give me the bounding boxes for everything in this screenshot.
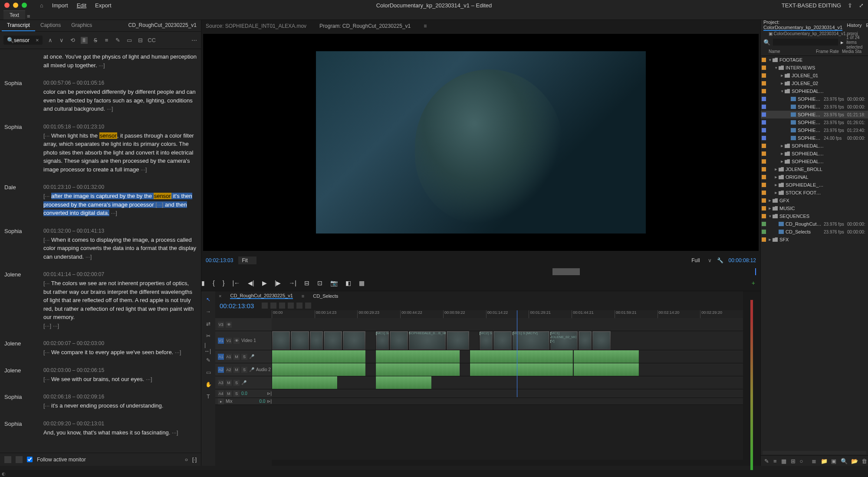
bin-row[interactable]: ▾INTERVIEWS	[761, 64, 868, 72]
go-in-btn[interactable]: |←	[232, 280, 240, 286]
label-color[interactable]	[762, 81, 766, 86]
clear-search-icon[interactable]: ×	[36, 37, 39, 43]
current-timecode[interactable]: 00:02:13:03	[206, 257, 233, 263]
video-clip[interactable]: [MC1] S	[375, 331, 390, 350]
icon-view-icon[interactable]: ▦	[781, 458, 786, 464]
label-color[interactable]	[762, 112, 766, 117]
speaker-label[interactable]: Jolene	[4, 367, 43, 384]
btn-x[interactable]: ▦	[359, 280, 365, 286]
disclosure-triangle[interactable]: ►	[767, 198, 773, 203]
v1-target[interactable]: V1	[226, 338, 232, 344]
segment-text[interactable]: [··· it's a never ending process of unde…	[43, 401, 197, 410]
disclosure-triangle[interactable]: ►	[773, 191, 779, 195]
label-color[interactable]	[762, 58, 766, 62]
step-back-btn[interactable]: ◀|	[248, 280, 254, 286]
video-clip[interactable]: [MC1] S [MC7V]	[512, 331, 550, 350]
video-clip[interactable]	[389, 331, 408, 350]
audio-clip[interactable]	[470, 350, 573, 363]
segment-text[interactable]: And, you know, that's what makes it so f…	[43, 428, 197, 437]
transcript-list[interactable]: at once. You've got the physics of light…	[0, 49, 201, 453]
add-button[interactable]: +	[752, 280, 755, 286]
a1-target[interactable]: A1	[226, 354, 232, 360]
merge-icon[interactable]: ⊟	[137, 37, 144, 44]
clip-row[interactable]: CD_RoughCut_202302223.976 fps00:00:00:	[761, 220, 868, 228]
video-clip[interactable]: SOPHIEDALE_0…B_M	[408, 331, 446, 350]
a1-clips[interactable]	[272, 350, 743, 363]
text-panel-tab[interactable]: Text	[3, 10, 25, 20]
a1-mute[interactable]: M	[233, 354, 240, 360]
bin-row[interactable]: ►SOPHIEDALE_02	[761, 142, 868, 150]
audio-clip[interactable]	[272, 376, 338, 389]
mic-icon[interactable]: 🎤	[249, 354, 254, 359]
disclosure-triangle[interactable]: ►	[779, 73, 785, 78]
a2-solo[interactable]: S	[241, 367, 247, 373]
speaker-label[interactable]	[4, 53, 43, 69]
lift-btn[interactable]: ⊟	[304, 280, 309, 286]
add-marker-btn[interactable]: ▮	[201, 280, 205, 286]
mix-target[interactable]: ▸	[218, 398, 224, 405]
label-color[interactable]	[762, 222, 766, 226]
hand-tool[interactable]: ✋	[204, 381, 212, 388]
slip-tool[interactable]: |↔|	[204, 344, 212, 352]
bin-row[interactable]: ▾FOOTAGE	[761, 56, 868, 64]
audio-clip[interactable]	[375, 350, 460, 363]
ripple-tool[interactable]: ⇄	[204, 320, 212, 328]
new-bin-icon[interactable]: 📁	[821, 458, 827, 464]
v3-toggle[interactable]: 👁	[226, 322, 232, 328]
new-item-icon[interactable]: ▣	[831, 458, 836, 464]
timeline-scrollbar[interactable]	[272, 460, 743, 466]
a3-clips[interactable]	[272, 376, 743, 389]
a1-solo[interactable]: S	[241, 354, 247, 360]
pen-tool[interactable]: ✎	[204, 356, 212, 364]
disclosure-triangle[interactable]: ►	[779, 151, 785, 156]
v1-src[interactable]: V1	[218, 338, 224, 344]
bin-row[interactable]: ►SOPHIEDALE_03	[761, 150, 868, 158]
type-tool[interactable]: T	[204, 393, 212, 401]
video-clip[interactable]	[493, 331, 512, 350]
label-color[interactable]	[762, 66, 766, 70]
label-color[interactable]	[762, 237, 766, 242]
project-search-input[interactable]	[773, 39, 838, 46]
marker-pen-icon[interactable]: ✎	[764, 458, 769, 464]
speaker-label[interactable]: Jolene	[4, 340, 43, 357]
disclosure-triangle[interactable]: ►	[773, 167, 779, 171]
v1-clips[interactable]: [MC1] S SOPHIEDALE_0…B_M [MC2] S [MC1] S…	[272, 331, 743, 350]
disclosure-triangle[interactable]: ►	[773, 183, 779, 187]
a4-solo[interactable]: S	[233, 391, 240, 397]
label-color[interactable]	[762, 105, 766, 109]
a1-src[interactable]: A1	[218, 354, 224, 360]
disclosure-triangle[interactable]: ►	[773, 175, 779, 179]
label-color[interactable]	[762, 230, 766, 234]
label-color[interactable]	[762, 151, 766, 156]
video-clip[interactable]	[309, 331, 324, 350]
brackets-icon[interactable]: [·]	[192, 457, 197, 463]
label-color[interactable]	[762, 191, 766, 195]
speaker-label[interactable]: Sophia	[4, 124, 43, 174]
filter-icon[interactable]: ▸	[841, 39, 844, 46]
close-window-button[interactable]	[4, 3, 10, 8]
search-input[interactable]	[14, 37, 36, 43]
fullscreen-icon[interactable]: ⤢	[859, 2, 864, 9]
edit-tab[interactable]: Edit	[77, 2, 86, 9]
v1-toggle[interactable]: 👁	[233, 338, 240, 344]
play-btn[interactable]: ▶	[262, 280, 267, 286]
next-result-icon[interactable]: ∨	[58, 37, 65, 44]
trash-icon[interactable]: 🗑	[861, 458, 867, 464]
a2-src[interactable]: A2	[218, 367, 224, 373]
video-clip[interactable]: [MC2] S	[479, 331, 493, 350]
cc-icon[interactable]: CC	[148, 37, 155, 44]
snap-btn[interactable]	[262, 303, 268, 309]
export-tab[interactable]: Export	[95, 2, 112, 9]
project-tree[interactable]: ▾FOOTAGE▾INTERVIEWS►JOLENE_01►JOLENE_02▾…	[761, 56, 868, 450]
program-monitor[interactable]	[203, 34, 759, 251]
col-framerate[interactable]: Frame Rate	[816, 49, 842, 54]
disclosure-triangle[interactable]: ▾	[773, 66, 779, 70]
step-fwd-btn[interactable]: |▶	[275, 280, 281, 286]
segment-text[interactable]: [··· The colors we see are not inherent …	[43, 279, 197, 330]
zoom-fit-dropdown[interactable]: Fit	[238, 257, 256, 264]
label-color[interactable]	[762, 183, 766, 187]
a3-solo[interactable]: S	[233, 380, 240, 386]
graphics-tab[interactable]: Graphics	[66, 20, 97, 31]
captions-tab[interactable]: Captions	[35, 20, 66, 31]
segment-text[interactable]: color can be perceived differently by di…	[43, 88, 197, 113]
